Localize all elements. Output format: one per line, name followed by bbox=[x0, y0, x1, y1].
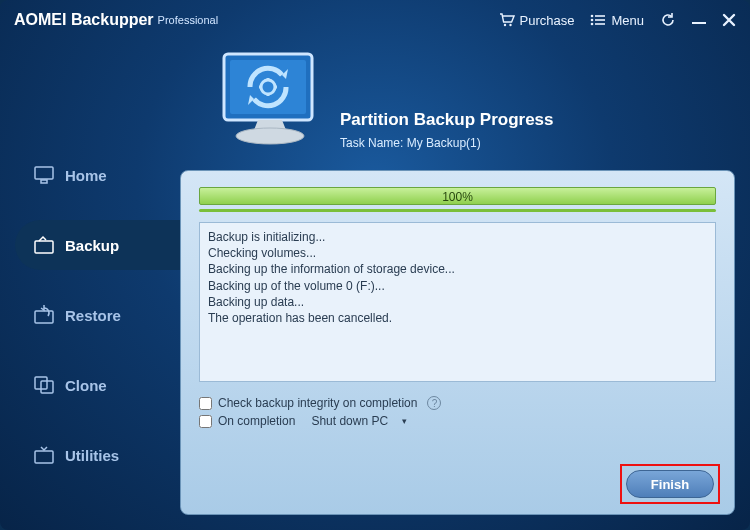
refresh-button[interactable] bbox=[660, 12, 676, 28]
main: Partition Backup Progress Task Name: My … bbox=[180, 55, 735, 515]
progress-panel: 100% Backup is initializing... Checking … bbox=[180, 170, 735, 515]
clone-icon bbox=[33, 374, 55, 396]
sidebar: Home Backup Restore Clone Utilities bbox=[15, 130, 180, 500]
finish-label: Finish bbox=[651, 477, 689, 492]
sidebar-item-label: Clone bbox=[65, 377, 107, 394]
svg-point-2 bbox=[591, 15, 594, 18]
sidebar-item-clone[interactable]: Clone bbox=[15, 360, 180, 410]
minimize-icon bbox=[692, 16, 706, 24]
monitor-icon bbox=[33, 164, 55, 186]
on-completion-label: On completion bbox=[218, 414, 295, 428]
finish-button[interactable]: Finish bbox=[626, 470, 714, 498]
log-line: Backing up of the volume 0 (F:)... bbox=[208, 278, 707, 294]
sidebar-item-restore[interactable]: Restore bbox=[15, 290, 180, 340]
app-window: AOMEI Backupper Professional Purchase Me… bbox=[0, 0, 750, 530]
app-edition: Professional bbox=[158, 14, 219, 26]
task-name-label: Task Name: bbox=[340, 136, 403, 150]
check-integrity-checkbox[interactable] bbox=[199, 397, 212, 410]
svg-point-4 bbox=[591, 19, 594, 22]
app-title: AOMEI Backupper bbox=[14, 11, 154, 29]
utilities-icon bbox=[33, 444, 55, 466]
svg-rect-7 bbox=[595, 23, 605, 25]
sidebar-item-label: Utilities bbox=[65, 447, 119, 464]
log-box: Backup is initializing... Checking volum… bbox=[199, 222, 716, 382]
task-name-value: My Backup(1) bbox=[407, 136, 481, 150]
help-icon[interactable]: ? bbox=[427, 396, 441, 410]
svg-point-6 bbox=[591, 23, 594, 26]
check-integrity-label: Check backup integrity on completion bbox=[218, 396, 417, 410]
close-icon bbox=[722, 13, 736, 27]
svg-rect-8 bbox=[35, 167, 53, 179]
minimize-button[interactable] bbox=[692, 16, 706, 24]
illustration-monitor-icon bbox=[210, 50, 330, 160]
backup-icon bbox=[33, 234, 55, 256]
menu-label: Menu bbox=[611, 13, 644, 28]
log-line: Backing up the information of storage de… bbox=[208, 261, 707, 277]
finish-highlight: Finish bbox=[620, 464, 720, 504]
svg-point-0 bbox=[503, 24, 505, 26]
log-line: Backup is initializing... bbox=[208, 229, 707, 245]
log-line: Backing up data... bbox=[208, 294, 707, 310]
page-title: Partition Backup Progress bbox=[340, 110, 554, 130]
sidebar-item-label: Home bbox=[65, 167, 107, 184]
cart-icon bbox=[499, 13, 515, 27]
progress-bar: 100% bbox=[199, 187, 716, 205]
svg-rect-10 bbox=[35, 241, 53, 253]
svg-rect-5 bbox=[595, 19, 605, 21]
menu-icon bbox=[590, 14, 606, 26]
sidebar-item-label: Backup bbox=[65, 237, 119, 254]
progress-percent: 100% bbox=[200, 188, 715, 204]
log-line: The operation has been cancelled. bbox=[208, 310, 707, 326]
menu-button[interactable]: Menu bbox=[590, 13, 644, 28]
svg-rect-14 bbox=[35, 451, 53, 463]
progress-underline bbox=[199, 209, 716, 212]
log-line: Checking volumes... bbox=[208, 245, 707, 261]
svg-rect-11 bbox=[35, 311, 53, 323]
restore-icon bbox=[33, 304, 55, 326]
chevron-down-icon[interactable]: ▾ bbox=[402, 416, 407, 426]
options: Check backup integrity on completion ? O… bbox=[199, 396, 716, 428]
svg-point-1 bbox=[509, 24, 511, 26]
sidebar-item-label: Restore bbox=[65, 307, 121, 324]
on-completion-checkbox[interactable] bbox=[199, 415, 212, 428]
purchase-button[interactable]: Purchase bbox=[499, 13, 575, 28]
sidebar-item-utilities[interactable]: Utilities bbox=[15, 430, 180, 480]
task-name: Task Name: My Backup(1) bbox=[340, 136, 554, 150]
purchase-label: Purchase bbox=[520, 13, 575, 28]
refresh-icon bbox=[660, 12, 676, 28]
titlebar: AOMEI Backupper Professional Purchase Me… bbox=[0, 0, 750, 40]
sidebar-item-home[interactable]: Home bbox=[15, 150, 180, 200]
close-button[interactable] bbox=[722, 13, 736, 27]
sidebar-item-backup[interactable]: Backup bbox=[15, 220, 194, 270]
svg-rect-9 bbox=[41, 180, 47, 183]
on-completion-action[interactable]: Shut down PC bbox=[311, 414, 388, 428]
svg-rect-3 bbox=[595, 15, 605, 17]
